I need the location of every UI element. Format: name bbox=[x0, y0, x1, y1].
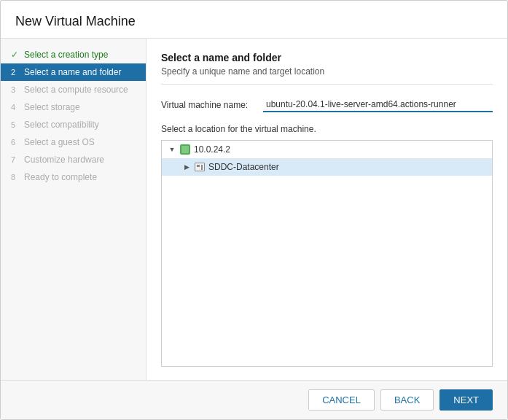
sidebar-item-step6: 6 Select a guest OS bbox=[1, 133, 146, 151]
vm-name-row: Virtual machine name: bbox=[161, 98, 493, 112]
dialog-body: ✓ Select a creation type 2 Select a name… bbox=[1, 39, 507, 380]
tree-root-node[interactable]: ▼ 10.0.24.2 bbox=[162, 141, 492, 158]
step6-number: 6 bbox=[11, 138, 20, 147]
back-button[interactable]: BACK bbox=[380, 389, 434, 411]
sidebar-item-step2[interactable]: 2 Select a name and folder bbox=[1, 63, 146, 81]
section-title: Select a name and folder bbox=[161, 52, 493, 63]
chevron-down-icon: ▼ bbox=[168, 145, 176, 154]
main-content: Select a name and folder Specify a uniqu… bbox=[146, 39, 507, 380]
tree-datacenter-label: SDDC-Datacenter bbox=[208, 162, 279, 172]
vcenter-icon bbox=[179, 144, 191, 155]
sidebar: ✓ Select a creation type 2 Select a name… bbox=[1, 39, 146, 380]
location-tree[interactable]: ▼ 10.0.24.2 ▶ SDDC-Datacenter bbox=[161, 140, 493, 367]
next-button[interactable]: NEXT bbox=[439, 389, 493, 411]
sidebar-step8-label: Ready to complete bbox=[24, 172, 97, 182]
sidebar-item-step5: 5 Select compatibility bbox=[1, 116, 146, 133]
sidebar-step2-label: Select a name and folder bbox=[24, 67, 121, 77]
section-subtitle: Specify a unique name and target locatio… bbox=[161, 66, 493, 85]
tree-root-label: 10.0.24.2 bbox=[194, 144, 230, 155]
vm-name-label: Virtual machine name: bbox=[161, 100, 263, 110]
sidebar-item-step3: 3 Select a compute resource bbox=[1, 81, 146, 98]
sidebar-item-step1[interactable]: ✓ Select a creation type bbox=[1, 46, 146, 63]
sidebar-item-step8: 8 Ready to complete bbox=[1, 168, 146, 186]
step2-number: 2 bbox=[11, 68, 20, 77]
location-label: Select a location for the virtual machin… bbox=[161, 124, 493, 134]
step8-number: 8 bbox=[11, 173, 20, 182]
step4-number: 4 bbox=[11, 103, 20, 112]
dialog-footer: CANCEL BACK NEXT bbox=[1, 380, 507, 419]
sidebar-step4-label: Select storage bbox=[24, 102, 80, 112]
step7-number: 7 bbox=[11, 155, 20, 164]
sidebar-step3-label: Select a compute resource bbox=[24, 85, 128, 95]
chevron-right-icon: ▶ bbox=[182, 163, 191, 171]
datacenter-icon bbox=[194, 161, 206, 173]
new-vm-dialog: New Virtual Machine ✓ Select a creation … bbox=[0, 0, 508, 420]
step5-number: 5 bbox=[11, 120, 20, 129]
vm-name-input[interactable] bbox=[263, 98, 493, 112]
sidebar-item-step4: 4 Select storage bbox=[1, 98, 146, 116]
checkmark-icon: ✓ bbox=[11, 50, 20, 60]
tree-child-datacenter[interactable]: ▶ SDDC-Datacenter bbox=[162, 158, 492, 176]
step3-number: 3 bbox=[11, 85, 20, 94]
sidebar-step6-label: Select a guest OS bbox=[24, 137, 95, 147]
sidebar-step5-label: Select compatibility bbox=[24, 120, 99, 130]
dialog-title: New Virtual Machine bbox=[1, 1, 507, 39]
sidebar-item-step7: 7 Customize hardware bbox=[1, 151, 146, 168]
sidebar-step1-label: Select a creation type bbox=[24, 50, 108, 60]
sidebar-step7-label: Customize hardware bbox=[24, 155, 104, 165]
cancel-button[interactable]: CANCEL bbox=[308, 389, 375, 411]
